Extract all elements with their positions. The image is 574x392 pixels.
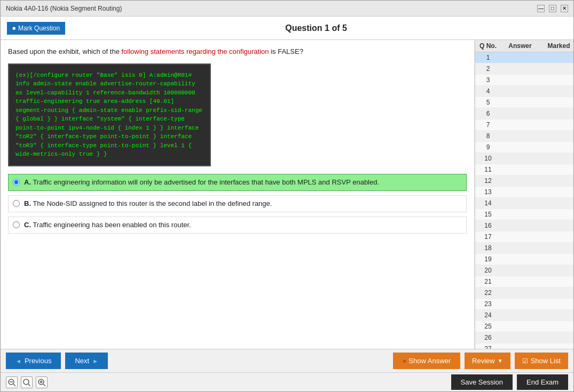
sidebar-row-num: 23 (477, 300, 499, 308)
zoom-out-button[interactable] (6, 377, 18, 388)
sidebar-header: Q No. Answer Marked (475, 40, 573, 52)
sidebar-row[interactable]: 19 (475, 254, 573, 265)
sidebar-row-answer (499, 221, 541, 230)
sidebar-row-marked (541, 121, 573, 129)
show-answer-button[interactable]: Show Answer (393, 353, 460, 369)
sidebar-row-answer (499, 233, 541, 241)
sidebar-row[interactable]: 6 (475, 108, 573, 119)
sidebar-row-marked (541, 244, 573, 252)
sidebar-row-marked (541, 53, 573, 62)
sidebar-row[interactable]: 9 (475, 142, 573, 153)
sidebar-row[interactable]: 1 (475, 52, 573, 63)
sidebar-row[interactable]: 3 (475, 75, 573, 86)
sidebar-row-marked (541, 233, 573, 241)
sidebar-row[interactable]: 4 (475, 86, 573, 97)
close-button[interactable]: ✕ (561, 5, 568, 12)
sidebar-row[interactable]: 20 (475, 265, 573, 276)
sidebar-row[interactable]: 21 (475, 276, 573, 287)
sidebar-row[interactable]: 5 (475, 97, 573, 108)
previous-button[interactable]: Previous (6, 353, 61, 369)
review-button[interactable]: Review (465, 353, 510, 369)
sidebar-row-num: 13 (477, 188, 499, 196)
sidebar-row[interactable]: 15 (475, 209, 573, 220)
answer-option-c[interactable]: C. Traffic engineering has been enabled … (8, 217, 467, 234)
sidebar-row-answer (499, 177, 541, 185)
sidebar-row-marked (541, 199, 573, 207)
sidebar-row-num: 8 (477, 132, 499, 140)
sidebar-row-answer (499, 300, 541, 308)
sidebar-row[interactable]: 10 (475, 153, 573, 164)
next-button[interactable]: Next (65, 353, 108, 369)
sidebar-rows: 1234567891011121314151617181920212223242… (475, 52, 573, 349)
sidebar-row[interactable]: 13 (475, 187, 573, 198)
content-panel: Based upon the exhibit, which of the fol… (1, 40, 475, 349)
sidebar-row[interactable]: 8 (475, 131, 573, 142)
sidebar-row-num: 15 (477, 210, 499, 219)
sidebar-row-answer (499, 132, 541, 140)
sidebar-row-num: 10 (477, 154, 499, 163)
sidebar-row-answer (499, 210, 541, 219)
sidebar: Q No. Answer Marked 12345678910111213141… (475, 40, 573, 349)
answers-list: A. Traffic engineering information will … (8, 174, 467, 234)
answer-radio-c[interactable] (13, 221, 20, 228)
sidebar-row[interactable]: 22 (475, 287, 573, 299)
sidebar-row-num: 14 (477, 199, 499, 207)
sidebar-row-marked (541, 210, 573, 219)
sidebar-row-num: 7 (477, 121, 499, 129)
sidebar-row-marked (541, 333, 573, 342)
answer-label-b: B. The Node-SID assigned to this router … (24, 199, 272, 209)
zoom-reset-button[interactable] (21, 377, 33, 388)
show-list-button[interactable]: Show List (515, 353, 568, 369)
main-area: Based upon the exhibit, which of the fol… (1, 40, 573, 349)
sidebar-row-answer (499, 98, 541, 107)
save-session-button[interactable]: Save Session (451, 374, 513, 390)
sidebar-row-answer (499, 121, 541, 129)
sidebar-row-num: 16 (477, 221, 499, 230)
highlight-text: following statements regarding the confi… (121, 47, 269, 55)
answer-option-b[interactable]: B. The Node-SID assigned to this router … (8, 195, 467, 212)
end-exam-button[interactable]: End Exam (517, 374, 568, 390)
answer-option-a[interactable]: A. Traffic engineering information will … (8, 174, 467, 191)
sidebar-row[interactable]: 18 (475, 243, 573, 254)
maximize-button[interactable]: □ (549, 5, 556, 12)
sidebar-row-marked (541, 165, 573, 174)
sidebar-row[interactable]: 23 (475, 299, 573, 310)
sidebar-row-num: 17 (477, 233, 499, 241)
sidebar-row-num: 19 (477, 255, 499, 263)
answer-radio-a[interactable] (13, 179, 20, 186)
sidebar-row-marked (541, 289, 573, 297)
main-window: Nokia 4A0-116 (Nokia Segment Routing) — … (0, 0, 574, 392)
sidebar-row-answer (499, 266, 541, 275)
sidebar-row-num: 12 (477, 177, 499, 185)
zoom-in-button[interactable] (36, 377, 48, 388)
mark-question-button[interactable]: Mark Question (7, 22, 65, 35)
sidebar-row[interactable]: 27 (475, 343, 573, 349)
sidebar-row-num: 25 (477, 322, 499, 331)
bottom-bar: Previous Next Show Answer Review Show Li… (1, 349, 573, 372)
sidebar-row[interactable]: 14 (475, 198, 573, 209)
answer-radio-b[interactable] (13, 200, 20, 207)
sidebar-row[interactable]: 12 (475, 175, 573, 187)
sidebar-row-marked (541, 221, 573, 230)
minimize-button[interactable]: — (537, 5, 545, 12)
sidebar-row-marked (541, 132, 573, 140)
sidebar-row[interactable]: 26 (475, 332, 573, 343)
sidebar-row[interactable]: 7 (475, 119, 573, 131)
svg-line-6 (43, 384, 45, 386)
sidebar-row[interactable]: 24 (475, 310, 573, 321)
sidebar-row-answer (499, 255, 541, 263)
sidebar-row-marked (541, 109, 573, 118)
sidebar-row[interactable]: 11 (475, 164, 573, 175)
sidebar-row[interactable]: 25 (475, 321, 573, 332)
sidebar-row-marked (541, 300, 573, 308)
sidebar-row-marked (541, 345, 573, 349)
zoom-controls (6, 377, 48, 388)
window-controls: — □ ✕ (537, 5, 568, 12)
sidebar-row-marked (541, 98, 573, 107)
sidebar-row-answer (499, 109, 541, 118)
sidebar-row-answer (499, 322, 541, 331)
sidebar-row[interactable]: 2 (475, 63, 573, 75)
sidebar-row[interactable]: 17 (475, 231, 573, 243)
sidebar-row[interactable]: 16 (475, 220, 573, 231)
sidebar-header-marked: Marked (541, 42, 573, 50)
